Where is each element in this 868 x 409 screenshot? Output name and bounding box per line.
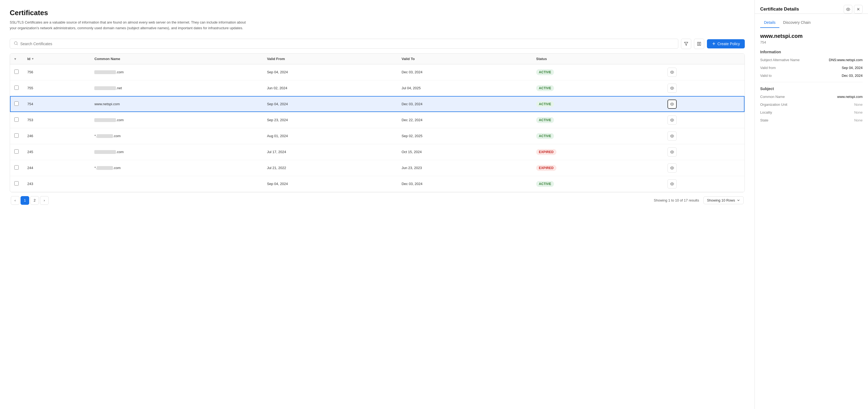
col-header-valid-from: Valid From xyxy=(263,54,397,64)
row-checkbox-cell[interactable] xyxy=(10,64,23,80)
row-actions xyxy=(663,96,744,112)
row-view-button[interactable] xyxy=(668,164,677,173)
info-row-locality: Locality None xyxy=(760,110,863,114)
svg-rect-4 xyxy=(700,42,701,46)
eye-icon xyxy=(670,86,674,90)
row-checkbox-cell[interactable] xyxy=(10,144,23,160)
row-id: 245 xyxy=(23,144,90,160)
search-container xyxy=(10,39,678,49)
section-subject-title: Subject xyxy=(760,87,863,91)
filter-button[interactable] xyxy=(681,39,691,49)
row-checkbox-cell[interactable] xyxy=(10,80,23,96)
row-checkbox[interactable] xyxy=(14,134,19,138)
info-row-san: Subject Alternative Name DNS:www.netspi.… xyxy=(760,58,863,62)
row-view-button[interactable] xyxy=(668,84,677,93)
table-row[interactable]: 756 .com Sep 04, 2024 Dec 03, 2024 ACTIV… xyxy=(10,64,744,80)
table-row[interactable]: 753 .com Sep 23, 2024 Dec 22, 2024 ACTIV… xyxy=(10,112,744,128)
info-label-valid-to: Valid to xyxy=(760,74,798,78)
row-checkbox[interactable] xyxy=(14,149,19,154)
row-checkbox-cell[interactable] xyxy=(10,96,23,112)
info-value-san: DNS:www.netspi.com xyxy=(829,58,863,62)
page-1-button[interactable]: 1 xyxy=(21,196,29,205)
prev-page-button[interactable]: ‹ xyxy=(11,196,20,205)
table-row[interactable]: 754 www.netspi.com Sep 04, 2024 Dec 03, … xyxy=(10,96,744,112)
row-view-button[interactable] xyxy=(668,116,677,125)
row-checkbox[interactable] xyxy=(14,165,19,170)
row-view-button[interactable] xyxy=(668,99,677,109)
row-status: ACTIVE xyxy=(532,176,663,192)
row-id: 243 xyxy=(23,176,90,192)
table-row[interactable]: 243 Sep 04, 2024 Dec 03, 2024 ACTIVE xyxy=(10,176,744,192)
row-checkbox[interactable] xyxy=(14,101,19,106)
tab-details[interactable]: Details xyxy=(760,18,779,28)
next-page-button[interactable]: › xyxy=(40,196,49,205)
search-icon xyxy=(14,41,18,46)
row-valid-to: Dec 03, 2024 xyxy=(397,96,532,112)
row-status: ACTIVE xyxy=(532,80,663,96)
eye-icon xyxy=(670,150,674,154)
filter-icon xyxy=(684,42,688,46)
row-view-button[interactable] xyxy=(668,68,677,77)
row-checkbox-cell[interactable] xyxy=(10,176,23,192)
row-valid-from: Sep 04, 2024 xyxy=(263,64,397,80)
row-view-button[interactable] xyxy=(668,132,677,141)
rows-selector[interactable]: Showing 10 Rows xyxy=(704,196,744,204)
row-id: 244 xyxy=(23,160,90,176)
columns-button[interactable] xyxy=(694,39,704,49)
row-valid-from: Jul 21, 2022 xyxy=(263,160,397,176)
row-valid-to: Dec 22, 2024 xyxy=(397,112,532,128)
row-status: ACTIVE xyxy=(532,128,663,144)
panel-close-button[interactable] xyxy=(854,5,863,13)
row-checkbox-cell[interactable] xyxy=(10,128,23,144)
panel-view-button[interactable] xyxy=(844,5,852,13)
table-row[interactable]: 755 .net Jun 02, 2024 Jul 04, 2025 ACTIV… xyxy=(10,80,744,96)
row-valid-to: Oct 15, 2024 xyxy=(397,144,532,160)
row-common-name xyxy=(90,176,262,192)
svg-point-12 xyxy=(672,151,673,152)
svg-point-7 xyxy=(672,72,673,73)
row-valid-to: Sep 02, 2025 xyxy=(397,128,532,144)
row-common-name: .com xyxy=(90,64,262,80)
eye-icon xyxy=(670,70,674,74)
table-row[interactable]: 246 *. .com Aug 01, 2024 Sep 02, 2025 AC… xyxy=(10,128,744,144)
table-row[interactable]: 244 *. .com Jul 21, 2022 Jun 23, 2023 EX… xyxy=(10,160,744,176)
row-view-button[interactable] xyxy=(668,179,677,188)
page-2-button[interactable]: 2 xyxy=(30,196,39,205)
eye-icon xyxy=(846,7,850,11)
select-all-cell: ▾ xyxy=(10,54,23,64)
row-id: 755 xyxy=(23,80,90,96)
row-valid-from: Sep 04, 2024 xyxy=(263,96,397,112)
info-row-org-unit: Organization Unit None xyxy=(760,103,863,107)
info-row-valid-to: Valid to Dec 03, 2024 xyxy=(760,74,863,78)
row-view-button[interactable] xyxy=(668,147,677,157)
eye-icon xyxy=(670,166,674,170)
page-description: SSL/TLS Certificates are a valuable sour… xyxy=(10,20,253,31)
svg-point-9 xyxy=(672,104,673,105)
row-checkbox[interactable] xyxy=(14,69,19,74)
panel-tabs: Details Discovery Chain xyxy=(755,18,868,28)
status-badge: ACTIVE xyxy=(536,69,554,75)
table-row[interactable]: 245 .com Jul 17, 2024 Oct 15, 2024 EXPIR… xyxy=(10,144,744,160)
create-policy-button[interactable]: Create Policy xyxy=(707,39,745,49)
info-value-valid-to: Dec 03, 2024 xyxy=(842,74,863,78)
expand-icon[interactable]: ▾ xyxy=(14,57,16,61)
search-input[interactable] xyxy=(20,42,674,46)
col-header-common-name: Common Name xyxy=(90,54,262,64)
col-header-valid-to: Valid To xyxy=(397,54,532,64)
status-badge: ACTIVE xyxy=(536,181,554,187)
row-status: ACTIVE xyxy=(532,64,663,80)
row-status: EXPIRED xyxy=(532,160,663,176)
row-valid-to: Dec 03, 2024 xyxy=(397,176,532,192)
row-checkbox-cell[interactable] xyxy=(10,160,23,176)
row-actions xyxy=(663,160,744,176)
row-checkbox[interactable] xyxy=(14,181,19,185)
row-checkbox[interactable] xyxy=(14,86,19,90)
col-header-id[interactable]: Id ▾ xyxy=(23,54,90,64)
row-checkbox[interactable] xyxy=(14,117,19,122)
row-common-name: .com xyxy=(90,144,262,160)
status-badge: ACTIVE xyxy=(536,85,554,91)
svg-point-8 xyxy=(672,88,673,89)
tab-discovery-chain[interactable]: Discovery Chain xyxy=(779,18,814,28)
row-checkbox-cell[interactable] xyxy=(10,112,23,128)
close-icon xyxy=(857,7,860,11)
